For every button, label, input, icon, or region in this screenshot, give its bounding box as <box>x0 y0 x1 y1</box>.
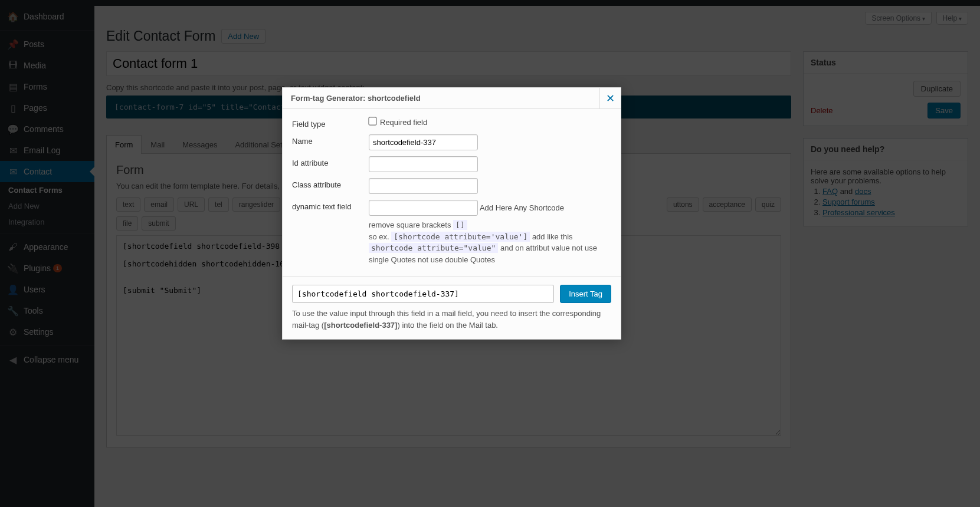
tag-email-button[interactable]: email <box>144 197 174 212</box>
dynamic-input[interactable] <box>369 200 478 216</box>
pin-icon: 📌 <box>7 38 19 50</box>
menu-label: Users <box>24 285 45 294</box>
id-label: Id attribute <box>292 156 369 167</box>
tag-file-button[interactable]: file <box>116 216 138 231</box>
modal-close-button[interactable]: ✕ <box>599 88 621 108</box>
modal-title: Form-tag Generator: shortcodefield <box>283 88 429 108</box>
tag-text-button[interactable]: text <box>116 197 140 212</box>
pages-icon: ▯ <box>7 102 19 114</box>
name-input[interactable] <box>369 134 478 150</box>
menu-appearance[interactable]: 🖌Appearance <box>0 236 94 258</box>
dynamic-label: dynamic text field <box>292 200 369 211</box>
save-button[interactable]: Save <box>927 103 961 118</box>
menu-label: Email Log <box>24 146 60 155</box>
menu-label: Comments <box>24 124 64 134</box>
menu-media[interactable]: 🎞Media <box>0 55 94 76</box>
add-new-button[interactable]: Add New <box>221 29 266 44</box>
form-tag-generator-modal: Form-tag Generator: shortcodefield ✕ Fie… <box>282 87 621 340</box>
update-badge: 1 <box>53 264 62 272</box>
status-box: Status Duplicate Delete Save <box>803 51 968 126</box>
mail-tag-note: To use the value input through this fiel… <box>292 308 611 331</box>
forms-icon: ▤ <box>7 81 19 93</box>
menu-label: Settings <box>24 327 54 337</box>
class-input[interactable] <box>369 178 478 194</box>
media-icon: 🎞 <box>7 60 19 71</box>
form-title-input[interactable] <box>106 51 791 76</box>
name-label: Name <box>292 134 369 146</box>
screen-options-button[interactable]: Screen Options <box>865 12 932 25</box>
menu-contact[interactable]: ✉Contact <box>0 161 94 182</box>
menu-label: Media <box>24 61 46 70</box>
menu-pages[interactable]: ▯Pages <box>0 97 94 118</box>
status-heading: Status <box>804 52 968 74</box>
gear-icon: ⚙ <box>7 326 19 338</box>
required-field-label[interactable]: Required field <box>369 118 427 127</box>
dynamic-hint: Add Here Any Shortcode <box>480 203 564 212</box>
support-forums-link[interactable]: Support forums <box>822 197 875 206</box>
help-block: remove square brackets [] so ex. [shortc… <box>369 219 611 265</box>
professional-services-link[interactable]: Professional services <box>822 208 895 217</box>
class-label: Class attribute <box>292 178 369 189</box>
delete-link[interactable]: Delete <box>811 106 833 115</box>
menu-forms[interactable]: ▤Forms <box>0 76 94 97</box>
mail-icon: ✉ <box>7 166 19 177</box>
comments-icon: 💬 <box>7 123 19 135</box>
id-input[interactable] <box>369 156 478 172</box>
wrench-icon: 🔧 <box>7 305 19 317</box>
tag-tel-button[interactable]: tel <box>208 197 229 212</box>
menu-users[interactable]: 👤Users <box>0 279 94 300</box>
docs-link[interactable]: docs <box>855 187 871 196</box>
insert-tag-button[interactable]: Insert Tag <box>560 285 611 303</box>
menu-label: Tools <box>24 306 43 315</box>
menu-plugins[interactable]: 🔌Plugins1 <box>0 258 94 279</box>
tag-output[interactable] <box>292 285 554 303</box>
tag-quiz-button[interactable]: quiz <box>755 197 781 212</box>
tag-overflow-button[interactable]: uttons <box>667 197 699 212</box>
menu-comments[interactable]: 💬Comments <box>0 118 94 140</box>
admin-sidebar: 🏠Dashboard 📌Posts 🎞Media ▤Forms ▯Pages 💬… <box>0 6 94 507</box>
required-checkbox[interactable] <box>368 117 376 125</box>
tab-mail[interactable]: Mail <box>142 135 173 154</box>
user-icon: 👤 <box>7 284 19 295</box>
menu-posts[interactable]: 📌Posts <box>0 34 94 55</box>
tag-submit-button[interactable]: submit <box>142 216 175 231</box>
tag-rangeslider-button[interactable]: rangeslider <box>232 197 280 212</box>
menu-label: Contact <box>24 167 52 176</box>
menu-tools[interactable]: 🔧Tools <box>0 300 94 321</box>
menu-label: Forms <box>24 82 47 91</box>
submenu-integration[interactable]: Integration <box>0 214 94 230</box>
plug-icon: 🔌 <box>7 262 19 274</box>
help-box: Do you need help? Here are some availabl… <box>803 138 968 226</box>
mail-icon: ✉ <box>7 144 19 156</box>
menu-label: Appearance <box>24 242 68 252</box>
tab-messages[interactable]: Messages <box>173 135 226 154</box>
help-intro: Here are some available options to help … <box>811 167 961 185</box>
help-heading: Do you need help? <box>804 139 968 160</box>
page-title: Edit Contact Form <box>106 28 215 44</box>
tag-acceptance-button[interactable]: acceptance <box>703 197 752 212</box>
admin-bar <box>0 0 980 6</box>
menu-settings[interactable]: ⚙Settings <box>0 321 94 343</box>
close-icon: ✕ <box>606 92 615 105</box>
menu-label: Dashboard <box>24 12 64 21</box>
fieldtype-label: Field type <box>292 117 369 129</box>
collapse-icon: ◀ <box>7 354 19 366</box>
menu-label: Pages <box>24 103 47 113</box>
submenu-contact-forms[interactable]: Contact Forms <box>0 182 94 198</box>
faq-link[interactable]: FAQ <box>822 187 838 196</box>
menu-collapse[interactable]: ◀Collapse menu <box>0 349 94 370</box>
help-button[interactable]: Help <box>936 12 968 25</box>
duplicate-button[interactable]: Duplicate <box>913 81 961 97</box>
menu-dashboard[interactable]: 🏠Dashboard <box>0 6 94 27</box>
menu-label: Collapse menu <box>24 355 78 364</box>
submenu-add-new[interactable]: Add New <box>0 198 94 214</box>
tag-url-button[interactable]: URL <box>178 197 205 212</box>
menu-label: Plugins <box>24 264 51 273</box>
tab-form[interactable]: Form <box>106 135 142 154</box>
menu-label: Posts <box>24 39 44 49</box>
home-icon: 🏠 <box>7 11 19 22</box>
brush-icon: 🖌 <box>7 241 19 253</box>
menu-emaillog[interactable]: ✉Email Log <box>0 140 94 161</box>
